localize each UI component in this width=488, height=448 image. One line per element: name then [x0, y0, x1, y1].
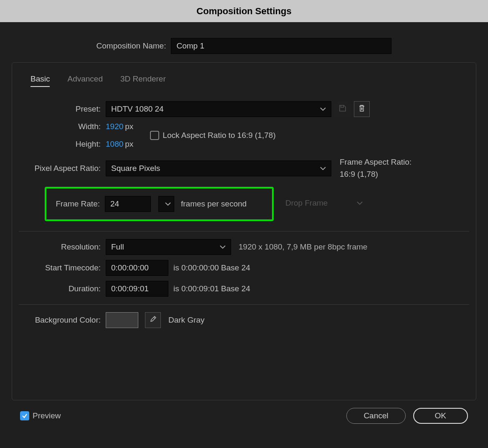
cancel-button[interactable]: Cancel [346, 408, 405, 424]
duration-input[interactable] [106, 281, 168, 297]
width-label: Width: [19, 122, 101, 131]
lock-aspect-checkbox[interactable] [150, 131, 159, 140]
chevron-down-icon [357, 201, 363, 205]
start-timecode-hint: is 0:00:00:00 Base 24 [173, 263, 250, 272]
duration-label: Duration: [19, 284, 101, 293]
composition-name-label: Composition Name: [97, 41, 166, 51]
background-color-name: Dark Gray [168, 316, 205, 325]
delete-preset-button[interactable] [354, 101, 370, 117]
save-preset-icon [338, 104, 347, 114]
tab-advanced[interactable]: Advanced [67, 74, 103, 87]
eyedropper-button[interactable] [145, 312, 161, 328]
duration-hint: is 0:00:09:01 Base 24 [173, 284, 250, 293]
height-label: Height: [19, 140, 101, 149]
checkmark-icon [22, 413, 28, 419]
preset-value: HDTV 1080 24 [111, 104, 164, 114]
frame-rate-unit: frames per second [181, 199, 247, 209]
height-value[interactable]: 1080 [106, 140, 123, 149]
chevron-down-icon [220, 245, 226, 249]
chevron-down-icon [320, 107, 326, 111]
frame-rate-highlight: Frame Rate: frames per second [45, 187, 274, 221]
background-color-label: Background Color: [19, 316, 101, 325]
eyedropper-icon [149, 315, 157, 325]
pixel-aspect-value: Square Pixels [111, 164, 160, 173]
settings-panel: Basic Advanced 3D Renderer Preset: HDTV … [12, 62, 476, 400]
resolution-value: Full [111, 242, 124, 252]
frame-aspect-label: Frame Aspect Ratio: [340, 156, 412, 168]
resolution-dropdown[interactable]: Full [106, 239, 231, 255]
resolution-label: Resolution: [19, 242, 101, 252]
tab-basic[interactable]: Basic [30, 74, 50, 87]
preset-label: Preset: [19, 104, 101, 114]
width-value[interactable]: 1920 [106, 122, 123, 131]
dialog-title: Composition Settings [0, 0, 488, 22]
start-timecode-input[interactable] [106, 260, 168, 276]
chevron-down-icon [320, 167, 326, 170]
start-timecode-label: Start Timecode: [19, 263, 101, 272]
preview-checkbox[interactable] [20, 411, 29, 420]
frame-rate-input[interactable] [105, 196, 151, 212]
preset-dropdown[interactable]: HDTV 1080 24 [106, 101, 331, 117]
preview-label: Preview [33, 411, 61, 420]
width-unit: px [125, 122, 133, 131]
lock-aspect-label: Lock Aspect Ratio to 16:9 (1,78) [163, 131, 275, 140]
chevron-down-icon [165, 202, 171, 206]
frame-rate-label: Frame Rate: [46, 199, 100, 209]
height-unit: px [125, 140, 133, 149]
trash-icon [358, 104, 366, 114]
ok-button[interactable]: OK [413, 408, 468, 424]
tab-3d-renderer[interactable]: 3D Renderer [120, 74, 166, 87]
frame-aspect-value: 16:9 (1,78) [340, 168, 412, 181]
pixel-aspect-label: Pixel Aspect Ratio: [19, 164, 101, 173]
pixel-aspect-dropdown[interactable]: Square Pixels [106, 160, 331, 176]
background-color-swatch[interactable] [106, 312, 138, 328]
frame-rate-dropdown[interactable] [158, 196, 174, 212]
composition-name-input[interactable] [171, 38, 391, 54]
drop-frame-label: Drop Frame [285, 199, 328, 208]
drop-frame-dropdown: Drop Frame [285, 199, 363, 208]
resolution-hint: 1920 x 1080, 7,9 MB per 8bpc frame [239, 242, 367, 252]
save-preset-button [335, 101, 351, 117]
